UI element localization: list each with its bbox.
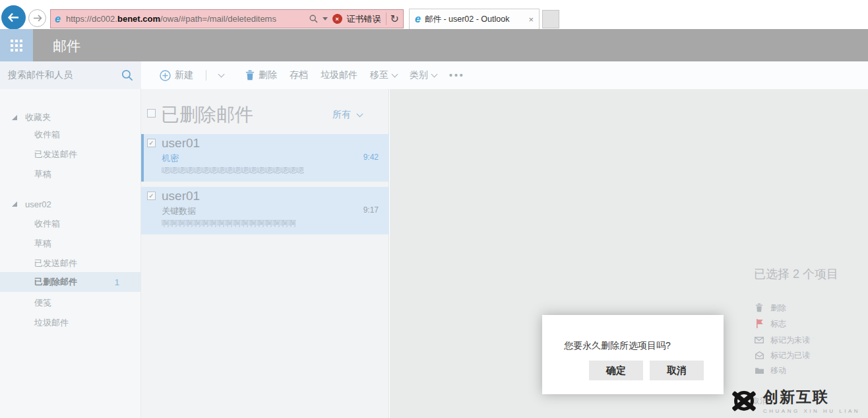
tab-favicon: e: [415, 14, 421, 24]
category-dropdown-icon: [431, 71, 438, 77]
filter-dropdown[interactable]: 所有: [332, 109, 362, 121]
sidebar-item-inbox[interactable]: 收件箱: [0, 217, 140, 231]
search-input[interactable]: 搜索邮件和人员: [0, 61, 141, 89]
message-time: 9:42: [363, 153, 379, 162]
category-button-label: 类别: [410, 69, 428, 81]
action-label: 标志: [770, 318, 786, 330]
search-dropdown-icon[interactable]: [323, 17, 328, 20]
app-title: 邮件: [53, 37, 80, 55]
delete-button[interactable]: 删除: [245, 69, 277, 81]
browser-back-button[interactable]: [1, 5, 26, 30]
message-preview: 嗯嗯嗯嗯嗯嗯嗯嗯嗯嗯嗯嗯嗯嗯嗯嗯嗯嗯: [162, 165, 379, 176]
sidebar-item-label: 草稿: [34, 168, 51, 180]
sidebar-item-sent-fav[interactable]: 已发送邮件: [0, 147, 140, 162]
trash-icon: [755, 303, 764, 312]
sidebar-item-deleted[interactable]: 已删除邮件 1: [0, 272, 140, 292]
message-checkbox[interactable]: ✓: [147, 139, 156, 147]
sidebar-item-label: 垃圾邮件: [34, 317, 69, 329]
search-icon[interactable]: [309, 15, 318, 23]
new-dropdown-icon[interactable]: [218, 71, 225, 77]
message-list: 已删除邮件 所有 ✓ user01 机密 9:42 嗯嗯嗯嗯嗯嗯嗯嗯嗯嗯嗯嗯嗯嗯…: [141, 89, 389, 418]
filter-chevron-icon: [357, 110, 363, 117]
sidebar-item-notes[interactable]: 便笺: [0, 296, 140, 310]
toolbar-separator: [206, 70, 206, 81]
app-launcher-button[interactable]: [0, 29, 33, 61]
address-bar[interactable]: e https://dc002.benet.com/owa/#path=/mai…: [50, 9, 404, 28]
certificate-error-icon[interactable]: ×: [332, 14, 342, 24]
address-bar-right: × 证书错误 ↻: [309, 13, 399, 25]
url-path: /owa/#path=/mail/deleteditems: [160, 14, 276, 24]
category-button[interactable]: 类别: [410, 69, 437, 81]
sidebar-item-sent[interactable]: 已发送邮件: [0, 256, 140, 271]
collapse-triangle-icon[interactable]: [12, 201, 17, 207]
move-to-dropdown-icon: [392, 71, 398, 77]
new-button[interactable]: 新建: [160, 69, 193, 81]
sidebar-item-label: 已发送邮件: [34, 258, 77, 269]
junk-button-label: 垃圾邮件: [321, 69, 357, 81]
action-mark-unread[interactable]: 标记为未读: [755, 334, 810, 346]
watermark-name: 创新互联: [763, 387, 860, 407]
tab-title: 邮件 - user02 - Outlook: [425, 14, 525, 25]
sidebar-item-label: 草稿: [34, 238, 51, 250]
action-delete[interactable]: 删除: [755, 302, 786, 314]
url-domain: benet.com: [117, 14, 160, 24]
sidebar-item-junk[interactable]: 垃圾邮件: [0, 316, 140, 330]
folder-icon: [755, 367, 764, 374]
toolbar: 新建 删除 存档 垃圾邮件 移至 类别 •••: [141, 61, 868, 89]
archive-button[interactable]: 存档: [290, 69, 308, 81]
watermark-logo: 创新互联 CHUANG XIN HU LIAN: [731, 387, 860, 414]
browser-forward-button[interactable]: [28, 9, 46, 27]
selection-title: 已选择 2 个项目: [754, 266, 838, 282]
action-mark-read[interactable]: 标记为已读: [755, 349, 810, 361]
mail-closed-icon: [755, 337, 764, 343]
message-item[interactable]: ✓ user01 关键数据 9:17 啊啊啊啊啊啊啊啊啊啊啊啊啊啊啊啊啊: [141, 187, 389, 234]
more-commands-button[interactable]: •••: [449, 70, 465, 81]
ie-page-icon: e: [55, 14, 61, 24]
sidebar-item-inbox-fav[interactable]: 收件箱: [0, 127, 140, 142]
unread-count-badge: 1: [115, 277, 119, 287]
sidebar-item-label: 便笺: [34, 297, 51, 309]
new-tab-button[interactable]: [542, 10, 559, 28]
sidebar-group-user02[interactable]: user02: [0, 197, 140, 211]
collapse-triangle-icon[interactable]: [12, 115, 17, 120]
sidebar-item-label: 收件箱: [34, 129, 60, 141]
message-item[interactable]: ✓ user01 机密 9:42 嗯嗯嗯嗯嗯嗯嗯嗯嗯嗯嗯嗯嗯嗯嗯嗯嗯嗯: [141, 134, 389, 182]
flag-icon: [755, 319, 764, 328]
sidebar-item-label: 收件箱: [34, 218, 60, 230]
sidebar-group-label: 收藏夹: [25, 112, 51, 123]
url-prefix: https://dc002.: [66, 14, 117, 24]
sidebar-group-favorites[interactable]: 收藏夹: [0, 110, 140, 125]
move-to-button[interactable]: 移至: [370, 69, 397, 81]
sidebar-group-label: user02: [25, 199, 51, 209]
certificate-error-label[interactable]: 证书错误: [347, 13, 381, 25]
action-label: 标记为已读: [770, 350, 810, 361]
message-sender: user01: [162, 136, 200, 151]
folder-title: 已删除邮件: [161, 102, 253, 127]
action-label: 删除: [770, 302, 786, 314]
refresh-icon[interactable]: ↻: [386, 13, 399, 25]
app-launcher-grid-icon: [11, 40, 22, 52]
dialog-cancel-button[interactable]: 取消: [650, 361, 704, 380]
delete-button-label: 删除: [259, 69, 277, 81]
sidebar-item-drafts-fav[interactable]: 草稿: [0, 167, 140, 182]
action-move[interactable]: 移动: [755, 365, 786, 376]
junk-button[interactable]: 垃圾邮件: [321, 69, 357, 81]
select-all-checkbox[interactable]: [147, 109, 156, 118]
unread-indicator-bar: [141, 134, 144, 182]
search-magnifier-icon[interactable]: [121, 69, 133, 81]
mail-open-icon: [755, 351, 764, 359]
watermark-subtext: CHUANG XIN HU LIAN: [763, 408, 860, 414]
dialog-ok-button[interactable]: 确定: [589, 361, 643, 380]
message-checkbox[interactable]: ✓: [147, 192, 156, 200]
action-flag[interactable]: 标志: [755, 318, 786, 330]
archive-button-label: 存档: [290, 69, 308, 81]
sidebar-item-label: 已删除邮件: [34, 276, 77, 288]
browser-tab[interactable]: e 邮件 - user02 - Outlook ×: [409, 9, 540, 29]
filter-label: 所有: [332, 109, 351, 121]
tab-close-icon[interactable]: ×: [528, 15, 534, 24]
sidebar-item-drafts[interactable]: 草稿: [0, 236, 140, 251]
command-row: 搜索邮件和人员 新建 删除 存档 垃圾: [0, 61, 868, 89]
confirm-delete-dialog: 您要永久删除所选项目吗? 确定 取消: [542, 315, 724, 394]
trash-icon: [245, 70, 255, 81]
watermark-mark-icon: [731, 388, 757, 413]
